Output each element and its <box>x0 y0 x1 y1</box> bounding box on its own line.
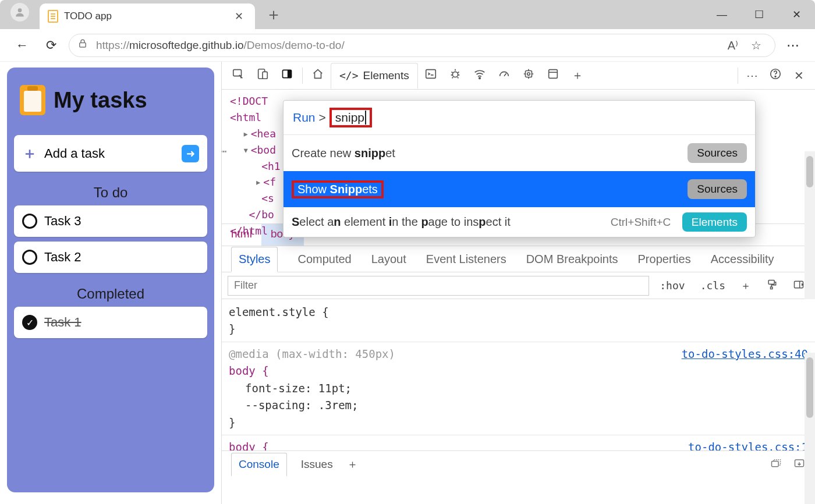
address-bar[interactable]: https://microsoftedge.github.io/Demos/de… <box>69 34 775 57</box>
dock-side-icon[interactable] <box>275 68 299 83</box>
performance-icon[interactable] <box>492 68 516 83</box>
hov-toggle[interactable]: :hov <box>655 279 689 292</box>
devtools-toolbar: </> Elements ＋ ⋯ <box>222 62 815 90</box>
selected-command-highlight: Show Snippets <box>292 180 384 198</box>
welcome-icon[interactable] <box>306 68 329 83</box>
toolbar: ← ⟳ https://microsoftedge.github.io/Demo… <box>0 29 815 62</box>
browser-title-bar: TODO app ✕ ＋ — ☐ ✕ <box>0 0 815 29</box>
profile-avatar[interactable] <box>10 3 29 22</box>
help-icon[interactable] <box>764 68 787 83</box>
devtools-drawer: Console Issues ＋ <box>222 450 815 477</box>
submit-task-button[interactable]: ➜ <box>182 145 199 162</box>
drawer-tab-console[interactable]: Console <box>231 453 287 477</box>
command-row-inspect-element[interactable]: Select an element in the page to inspect… <box>284 207 755 237</box>
drawer-expand-icon[interactable] <box>770 457 782 471</box>
styles-rules[interactable]: element.style { } @media (max-width: 450… <box>222 299 815 450</box>
svg-rect-10 <box>525 71 531 77</box>
command-menu: Run > snipp Create new snippet Sources S… <box>283 100 756 237</box>
command-row-show-snippets[interactable]: Show Snippets Sources <box>284 171 755 207</box>
sources-bug-icon[interactable] <box>444 68 467 83</box>
tab-dom-breakpoints[interactable]: DOM Breakpoints <box>526 253 618 266</box>
keyboard-shortcut: Ctrl+Shift+C <box>611 216 671 228</box>
code-icon: </> <box>339 69 359 81</box>
command-input-highlight: snipp <box>329 108 372 127</box>
network-icon[interactable] <box>468 68 491 83</box>
svg-rect-4 <box>263 72 267 79</box>
todo-item-label: Task 2 <box>44 250 82 265</box>
section-todo-title: To do <box>14 184 207 201</box>
close-devtools-icon[interactable]: ✕ <box>787 69 810 83</box>
check-icon[interactable]: ✓ <box>22 315 37 330</box>
svg-point-9 <box>479 77 480 79</box>
window-controls: — ☐ ✕ <box>703 0 815 29</box>
svg-rect-2 <box>233 70 242 76</box>
add-task-label: Add a task <box>44 146 105 161</box>
tab-event-listeners[interactable]: Event Listeners <box>426 253 506 266</box>
drawer-collapse-icon[interactable] <box>793 457 806 471</box>
inspect-element-icon[interactable] <box>226 68 250 83</box>
paint-icon[interactable] <box>761 279 782 293</box>
todo-item[interactable]: Task 3 <box>14 205 207 237</box>
command-input-row[interactable]: Run > snipp <box>284 101 755 135</box>
read-aloud-icon[interactable]: A⁾ <box>722 38 743 52</box>
scrollbar[interactable] <box>805 151 815 299</box>
run-label: Run <box>293 111 316 125</box>
completed-item-label: Task 1 <box>44 315 82 330</box>
tab-properties[interactable]: Properties <box>638 253 691 266</box>
more-tabs-button[interactable]: ＋ <box>566 68 589 83</box>
css-source-link[interactable]: to-do-styles.css:1 <box>688 439 808 450</box>
svg-point-8 <box>452 72 458 77</box>
application-icon[interactable] <box>541 68 565 83</box>
badge-sources: Sources <box>688 143 747 163</box>
plus-icon: ＋ <box>22 143 37 164</box>
command-row-label: Select an element in the page to inspect… <box>292 215 511 229</box>
console-icon[interactable] <box>419 68 442 83</box>
styles-filter-input[interactable] <box>228 276 649 296</box>
gutter-dots-icon[interactable]: ⋯ <box>221 143 227 159</box>
radio-unchecked-icon[interactable] <box>22 214 37 229</box>
new-style-rule-icon[interactable]: ＋ <box>736 279 756 293</box>
minimize-button[interactable]: — <box>703 0 740 29</box>
tab-elements[interactable]: </> Elements <box>331 63 418 89</box>
page-content: My tasks ＋ Add a task ➜ To do Task 3 Tas… <box>0 62 221 504</box>
more-menu-button[interactable]: ⋯ <box>781 38 805 53</box>
svg-rect-18 <box>772 462 779 467</box>
app-title: My tasks <box>54 88 147 113</box>
svg-rect-15 <box>768 280 774 284</box>
browser-tab-active[interactable]: TODO app ✕ <box>40 3 255 29</box>
radio-unchecked-icon[interactable] <box>22 250 37 265</box>
tab-styles[interactable]: Styles <box>231 247 278 272</box>
back-button[interactable]: ← <box>10 38 34 53</box>
svg-point-0 <box>18 8 22 12</box>
todo-item-label: Task 3 <box>44 214 82 229</box>
command-row-create-snippet[interactable]: Create new snippet Sources <box>284 135 755 171</box>
close-tab-icon[interactable]: ✕ <box>231 10 247 23</box>
tab-layout[interactable]: Layout <box>371 253 406 266</box>
css-source-link[interactable]: to-do-styles.css:40 <box>682 346 808 363</box>
maximize-button[interactable]: ☐ <box>740 0 778 29</box>
cls-toggle[interactable]: .cls <box>696 279 730 292</box>
favorite-icon[interactable]: ☆ <box>746 38 767 52</box>
close-window-button[interactable]: ✕ <box>778 0 815 29</box>
text-cursor <box>365 111 366 125</box>
tab-title: TODO app <box>64 10 225 22</box>
new-tab-button[interactable]: ＋ <box>255 3 292 26</box>
badge-elements: Elements <box>682 212 747 232</box>
memory-icon[interactable] <box>517 68 540 83</box>
drawer-tab-issues[interactable]: Issues <box>301 458 333 471</box>
add-task-input[interactable]: ＋ Add a task ➜ <box>14 135 207 172</box>
devtools-more-icon[interactable]: ⋯ <box>740 69 764 83</box>
completed-item[interactable]: ✓ Task 1 <box>14 307 207 338</box>
command-typed-text: snipp <box>335 111 364 125</box>
refresh-button[interactable]: ⟳ <box>40 38 63 53</box>
tab-accessibility[interactable]: Accessibility <box>711 253 774 266</box>
todo-item[interactable]: Task 2 <box>14 242 207 273</box>
badge-sources: Sources <box>688 179 747 199</box>
tab-computed[interactable]: Computed <box>297 253 351 266</box>
device-emulation-icon[interactable] <box>251 68 274 83</box>
svg-rect-1 <box>80 43 86 48</box>
svg-rect-7 <box>426 70 435 79</box>
url-text: https://microsoftedge.github.io/Demos/de… <box>96 39 345 52</box>
drawer-add-tab-icon[interactable]: ＋ <box>347 457 358 472</box>
scrollbar[interactable] <box>805 353 815 504</box>
